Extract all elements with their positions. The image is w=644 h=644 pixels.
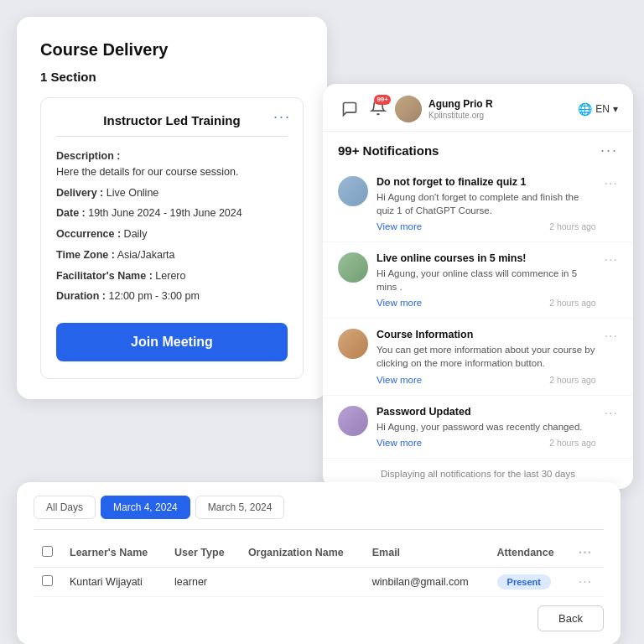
notifications-title-row: 99+ Notifications ···	[323, 132, 633, 166]
tab-all-days[interactable]: All Days	[34, 496, 96, 519]
chat-icon[interactable]	[338, 97, 361, 121]
training-title: Instructor Led Training	[56, 113, 288, 137]
course-title: Course Delivery	[40, 40, 304, 60]
tab-march-4[interactable]: March 4, 2024	[101, 496, 190, 519]
notif-title-1: Do not forget to finalize quiz 1	[377, 176, 596, 188]
delivery-value: Live Online	[106, 187, 159, 199]
duration-value: 12:00 pm - 3:00 pm	[109, 290, 200, 302]
notif-content-2: Live online courses in 5 mins! Hi Agung,…	[377, 252, 596, 308]
notif-title-2: Live online courses in 5 mins!	[377, 252, 596, 264]
row-email: winbilan@gmail.com	[364, 568, 489, 597]
delivery-row: Delivery : Live Online	[56, 185, 288, 201]
description-row: Description : Here the details for our c…	[56, 148, 288, 180]
notif-right-4: ···	[605, 406, 618, 421]
notifications-count: 99+ Notifications	[338, 143, 439, 158]
notif-time-3: 2 hours ago	[549, 375, 595, 385]
timezone-label: Time Zone :	[56, 249, 115, 261]
col-attendance: Attendance	[489, 538, 570, 568]
notif-content-1: Do not forget to finalize quiz 1 Hi Agun…	[377, 176, 596, 231]
facilitator-row: Facilitator's Name : Lerero	[56, 268, 288, 284]
notif-body-2: Hi Agung, your online class will commenc…	[377, 267, 596, 293]
header-left: 99+ Agung Prio R Kpiinstitute.org	[338, 96, 493, 122]
notif-item-dots-4[interactable]: ···	[605, 406, 618, 421]
table-row: Kuntari Wijayati learner winbilan@gmail.…	[34, 568, 604, 597]
table-footer: Back	[34, 605, 604, 631]
row-org-name	[240, 568, 364, 597]
notif-time-4: 2 hours ago	[549, 438, 595, 448]
row-checkbox[interactable]	[42, 575, 53, 586]
timezone-row: Time Zone : Asia/Jakarta	[56, 247, 288, 263]
row-action-dots[interactable]: ···	[579, 574, 592, 589]
col-actions: ···	[570, 538, 604, 568]
training-dots-menu[interactable]: ···	[273, 108, 291, 126]
notif-item-dots-2[interactable]: ···	[605, 252, 618, 267]
notif-link-3[interactable]: View more	[377, 375, 422, 385]
notif-avatar-4	[338, 406, 368, 436]
notif-avatar-3	[338, 329, 368, 359]
join-meeting-button[interactable]: Join Meeting	[56, 323, 288, 361]
row-action-dots-cell: ···	[570, 568, 604, 597]
facilitator-label: Facilitator's Name :	[56, 270, 153, 282]
notifications-list: Do not forget to finalize quiz 1 Hi Agun…	[323, 166, 633, 459]
notifications-dots-menu[interactable]: ···	[600, 142, 618, 159]
date-value: 19th June 2024 - 19th June 2024	[88, 207, 242, 219]
notification-item: Password Updated Hi Agung, your password…	[323, 396, 633, 459]
date-label: Date :	[56, 207, 86, 219]
user-info: Agung Prio R Kpiinstitute.org	[395, 96, 493, 122]
attendance-badge: Present	[497, 574, 551, 589]
notif-link-2[interactable]: View more	[377, 298, 422, 308]
delivery-label: Delivery :	[56, 187, 103, 199]
notif-item-dots-3[interactable]: ···	[605, 329, 618, 344]
notif-content-4: Password Updated Hi Agung, your password…	[377, 406, 596, 448]
notif-content-3: Course Information You can get more info…	[377, 329, 596, 384]
back-button[interactable]: Back	[538, 605, 604, 631]
col-email: Email	[364, 538, 489, 568]
col-org-name: Organization Name	[240, 538, 364, 568]
date-tabs: All Days March 4, 2024 March 5, 2024	[34, 496, 604, 519]
notif-right-2: ···	[605, 252, 618, 267]
notif-title-4: Password Updated	[377, 406, 596, 418]
facilitator-value: Lerero	[155, 270, 185, 282]
tab-march-5[interactable]: March 5, 2024	[195, 496, 285, 519]
bell-icon-wrap[interactable]: 99+	[370, 99, 387, 119]
attendance-table-card: All Days March 4, 2024 March 5, 2024 Lea…	[17, 482, 621, 644]
notif-item-dots-1[interactable]: ···	[605, 176, 618, 191]
occurrence-value: Daily	[124, 228, 148, 240]
row-user-type: learner	[166, 568, 240, 597]
attendance-table: Learner's Name User Type Organization Na…	[34, 538, 604, 597]
date-row: Date : 19th June 2024 - 19th June 2024	[56, 205, 288, 221]
notifications-card: 99+ Agung Prio R Kpiinstitute.org 🌐 EN ▾…	[323, 84, 633, 489]
notif-body-1: Hi Agung don't forget to complete and fi…	[377, 190, 596, 217]
timezone-value: Asia/Jakarta	[117, 249, 175, 261]
notif-title-3: Course Information	[377, 329, 596, 340]
col-checkbox	[34, 538, 61, 568]
bell-badge: 99+	[374, 95, 391, 105]
globe-icon: 🌐	[578, 102, 592, 116]
select-all-checkbox[interactable]	[42, 546, 53, 557]
notif-time-1: 2 hours ago	[549, 221, 595, 231]
table-header-dots[interactable]: ···	[579, 545, 592, 559]
notification-item: Course Information You can get more info…	[323, 319, 633, 395]
training-inner-card: ··· Instructor Led Training Description …	[40, 97, 304, 379]
language-selector[interactable]: 🌐 EN ▾	[578, 102, 618, 116]
notif-right-1: ···	[605, 176, 618, 191]
notif-link-1[interactable]: View more	[377, 221, 422, 231]
row-attendance: Present	[489, 568, 570, 597]
notifications-header: 99+ Agung Prio R Kpiinstitute.org 🌐 EN ▾	[323, 84, 633, 132]
user-text: Agung Prio R Kpiinstitute.org	[428, 98, 493, 119]
notif-time-2: 2 hours ago	[549, 298, 595, 308]
user-name: Agung Prio R	[428, 98, 493, 110]
language-label: EN	[595, 103, 610, 115]
notification-item: Live online courses in 5 mins! Hi Agung,…	[323, 242, 633, 319]
table-divider	[34, 529, 604, 530]
user-org: Kpiinstitute.org	[428, 111, 493, 120]
col-user-type: User Type	[166, 538, 240, 568]
course-delivery-card: Course Delivery 1 Section ··· Instructor…	[17, 17, 327, 399]
notif-link-4[interactable]: View more	[377, 438, 422, 448]
row-checkbox-cell	[34, 568, 61, 597]
occurrence-row: Occurrence : Daily	[56, 226, 288, 242]
description-label: Description :	[56, 150, 120, 162]
section-label: 1 Section	[40, 70, 304, 84]
notif-right-3: ···	[605, 329, 618, 344]
row-learner-name: Kuntari Wijayati	[61, 568, 166, 597]
